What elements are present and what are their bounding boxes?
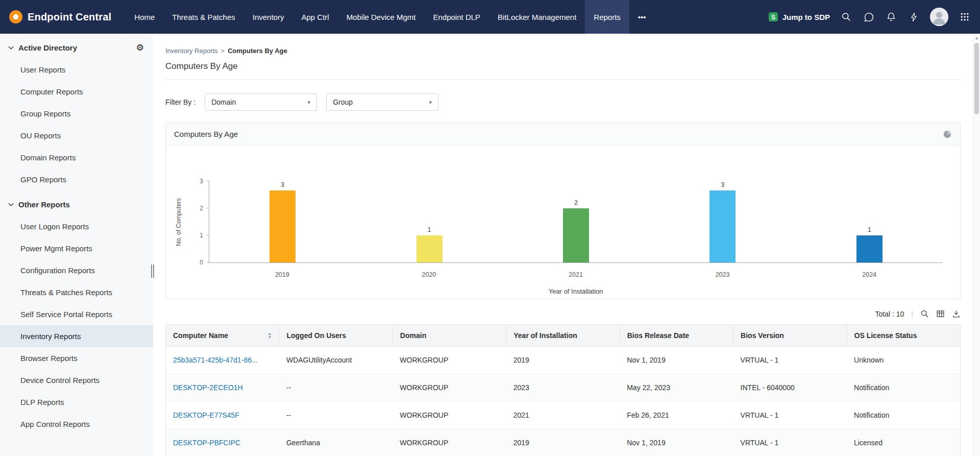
y-tick-label: 1 — [192, 232, 203, 238]
y-axis-title: No. of Computers — [175, 198, 182, 246]
sidebar-item-configuration-reports[interactable]: Configuration Reports — [0, 259, 153, 281]
sidebar-item-device-control-reports[interactable]: Device Control Reports — [0, 369, 153, 391]
computer-name-link[interactable]: DESKTOP-2ECEO1H — [173, 382, 272, 393]
group-filter-dropdown[interactable]: Group ▾ — [326, 93, 438, 111]
scroll-up-arrow-icon[interactable]: ▲ — [973, 36, 980, 40]
table-cell: VRTUAL - 1 — [733, 402, 847, 429]
sidebar-item-self-service-portal-reports[interactable]: Self Service Portal Reports — [0, 303, 153, 325]
bar-value-label: 3 — [721, 181, 725, 188]
breadcrumb-parent-link[interactable]: Inventory Reports — [165, 47, 218, 55]
bar-2021[interactable] — [563, 208, 589, 262]
computer-name-link[interactable]: DESKTOP-PBFCIPC — [173, 438, 272, 448]
nav-item-endpoint-dlp[interactable]: Endpoint DLP — [425, 0, 489, 34]
bar-slot: 1 — [796, 181, 943, 262]
sidebar-item-user-logon-reports[interactable]: User Logon Reports — [0, 215, 153, 237]
chart-panel-header: Computers By Age — [166, 123, 960, 146]
filter-row: Filter By : Domain ▾ Group ▾ — [165, 93, 961, 111]
panel-title: Computers By Age — [174, 130, 238, 138]
column-header-domain[interactable]: Domain — [393, 325, 506, 347]
main-nav: HomeThreats & PatchesInventoryApp CtrlMo… — [126, 0, 654, 34]
quick-actions-icon[interactable] — [908, 11, 920, 23]
table-cell: WORKGROUP — [393, 347, 506, 374]
scrollbar-thumb[interactable] — [974, 43, 979, 114]
sidebar-item-threats-patches-reports[interactable]: Threats & Patches Reports — [0, 281, 153, 303]
sidebar-section-active-directory[interactable]: Active Directory⚙ — [0, 34, 153, 59]
vertical-scrollbar[interactable]: ▲ — [973, 34, 980, 456]
toolbar-separator: | — [911, 310, 913, 318]
table-cell: Feb 26, 2021 — [620, 402, 733, 429]
bar-value-label: 3 — [281, 181, 284, 188]
sidebar-section-other-reports[interactable]: Other Reports — [0, 190, 153, 215]
table-search-icon[interactable] — [920, 309, 929, 318]
apps-grid-icon[interactable] — [959, 11, 971, 23]
search-icon[interactable] — [840, 11, 852, 23]
bar-2023[interactable] — [709, 190, 736, 262]
table-row: 25b3a571-425b-47d1-86...WDAGUtilityAccou… — [166, 347, 961, 374]
nav-item-home[interactable]: Home — [126, 0, 163, 34]
column-header-year-of-installation[interactable]: Year of Installation — [506, 325, 620, 347]
column-header-label: Domain — [400, 330, 426, 341]
column-header-os-license-status[interactable]: OS License Status — [847, 325, 960, 347]
jump-to-sdp-button[interactable]: S Jump to SDP — [768, 12, 830, 22]
nav-item-threats-patches[interactable]: Threats & Patches — [163, 0, 243, 34]
sidebar-item-power-mgmt-reports[interactable]: Power Mgmt Reports — [0, 237, 153, 259]
sidebar-item-user-reports[interactable]: User Reports — [0, 59, 153, 81]
computer-name-link[interactable]: 25b3a571-425b-47d1-86... — [173, 355, 272, 366]
bar-2024[interactable] — [856, 235, 883, 262]
bar-2020[interactable] — [416, 235, 443, 262]
table-cell: DESKTOP-E77S45F — [166, 402, 279, 429]
settings-gear-icon[interactable]: ⚙ — [136, 43, 144, 52]
column-header-label: Bios Release Date — [627, 330, 689, 341]
sidebar-resize-handle[interactable] — [151, 265, 155, 278]
sidebar-item-ou-reports[interactable]: OU Reports — [0, 125, 153, 147]
column-header-logged-on-users[interactable]: Logged On Users — [279, 325, 393, 347]
nav-item-more[interactable]: ••• — [629, 0, 655, 34]
nav-item-inventory[interactable]: Inventory — [244, 0, 293, 34]
nav-item-bitlocker-management[interactable]: BitLocker Management — [489, 0, 585, 34]
bar-slot: 2 — [503, 181, 649, 262]
main-content: Inventory Reports > Computers By Age Com… — [153, 34, 973, 456]
app-logo[interactable]: Endpoint Central — [9, 10, 111, 23]
sidebar-item-app-control-reports[interactable]: App Control Reports — [0, 413, 153, 435]
table-cell: Unknown — [847, 347, 960, 374]
sidebar-item-inventory-reports[interactable]: Inventory Reports — [0, 325, 153, 347]
sidebar-item-dlp-reports[interactable]: DLP Reports — [0, 391, 153, 413]
total-count: Total : 10 — [875, 310, 904, 318]
community-icon[interactable] — [863, 11, 875, 23]
sidebar-item-group-reports[interactable]: Group Reports — [0, 103, 153, 125]
sidebar-item-computer-reports[interactable]: Computer Reports — [0, 81, 153, 103]
chart-type-pie-icon[interactable] — [943, 130, 952, 139]
reports-sidebar: Active Directory⚙User ReportsComputer Re… — [0, 34, 153, 456]
sidebar-section-title: Other Reports — [18, 200, 70, 209]
nav-item-mobile-device-mgmt[interactable]: Mobile Device Mgmt — [338, 0, 425, 34]
table-cell: Nov 1, 2019 — [620, 429, 733, 456]
sort-arrows-icon[interactable]: ▲▼ — [268, 332, 272, 339]
top-navbar: Endpoint Central HomeThreats & PatchesIn… — [0, 0, 980, 34]
column-header-bios-release-date[interactable]: Bios Release Date — [620, 325, 733, 347]
bell-icon[interactable] — [885, 11, 897, 23]
column-header-label: OS License Status — [854, 330, 917, 341]
sidebar-item-domain-reports[interactable]: Domain Reports — [0, 147, 153, 169]
sidebar-item-browser-reports[interactable]: Browser Reports — [0, 347, 153, 369]
table-row: DESKTOP-E77S45F--WORKGROUP2021Feb 26, 20… — [166, 402, 961, 429]
user-avatar[interactable] — [930, 8, 948, 26]
sidebar-item-gpo-reports[interactable]: GPO Reports — [0, 169, 153, 190]
computer-name-link[interactable]: DESKTOP-E77S45F — [173, 410, 272, 421]
bar-2019[interactable] — [270, 190, 296, 262]
table-cell: Notification — [847, 402, 960, 429]
column-header-label: Year of Installation — [513, 330, 577, 341]
column-header-computer-name[interactable]: Computer Name▲▼ — [166, 325, 279, 347]
nav-item-reports[interactable]: Reports — [585, 0, 629, 34]
column-header-bios-version[interactable]: Bios Version — [733, 325, 847, 347]
column-chooser-icon[interactable] — [936, 309, 945, 318]
nav-item-app-ctrl[interactable]: App Ctrl — [292, 0, 337, 34]
table-cell: Licensed — [847, 429, 960, 456]
bar-value-label: 1 — [868, 226, 871, 233]
table-cell: DESKTOP-2ECEO1H — [166, 374, 279, 402]
bar-value-label: 1 — [428, 226, 431, 233]
domain-filter-dropdown[interactable]: Domain ▾ — [205, 93, 317, 111]
table-cell: 25b3a571-425b-47d1-86... — [166, 347, 279, 374]
computers-table: Computer Name▲▼Logged On UsersDomainYear… — [165, 324, 961, 456]
export-icon[interactable] — [952, 309, 961, 318]
bar-slot: 3 — [209, 181, 356, 262]
